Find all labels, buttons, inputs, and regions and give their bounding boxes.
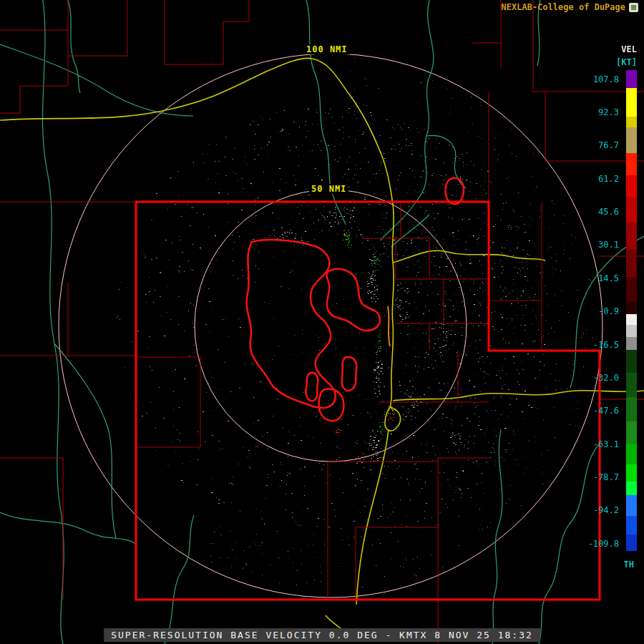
colorbar-tick: -109.8: [582, 539, 619, 549]
colorbar-segment: [626, 516, 637, 535]
colorbar-segment: [626, 175, 637, 197]
colorbar-tick: 30.1: [582, 240, 619, 250]
colorbar-segment: [626, 197, 637, 222]
colorbar-segment: [626, 350, 637, 372]
range-ring-label-100: 100 NMI: [304, 44, 350, 54]
colorbar-segment: [626, 421, 637, 444]
rivers: [0, 0, 644, 644]
colorbar-segment: [626, 117, 637, 127]
highways: [0, 58, 644, 628]
colorbar-segment: [626, 314, 637, 325]
colorbar-segment: [626, 302, 637, 313]
colorbar-segment: [626, 337, 637, 350]
colorbar-tick: -32.0: [582, 373, 619, 383]
colorbar-segment: [626, 325, 637, 338]
product-title: SUPER-RESOLUTION BASE VELOCITY 0.0 DEG -…: [111, 630, 533, 640]
colorbar-tick: 76.7: [582, 140, 619, 150]
colorbar-segment: [626, 250, 637, 277]
colorbar-segment: [626, 397, 637, 421]
range-ring-label-50: 50 NMI: [309, 184, 348, 194]
colorbar-tick: 45.6: [582, 207, 619, 217]
colorbar-segment: [626, 70, 637, 88]
colorbar-segment: [626, 153, 637, 175]
colorbar-segment: [626, 495, 637, 516]
colorbar-tick: -94.2: [582, 505, 619, 515]
colorbar-segment: [626, 464, 637, 482]
colorbar-tick: -63.1: [582, 439, 619, 449]
colorbar-tick: -78.7: [582, 472, 619, 482]
colorbar-segment: [626, 373, 637, 397]
colorbar-threshold-label: TH: [624, 560, 634, 570]
colorbar-segment: [626, 535, 637, 551]
colorbar-tick: 61.2: [582, 174, 619, 184]
colorbar-segment: [626, 127, 637, 152]
colorbar-segment: [626, 277, 637, 302]
colorbar-title: VEL: [621, 44, 637, 54]
radar-display: 100 NMI 50 NMI NEXLAB-College of DuPage …: [0, 0, 644, 644]
colorbar-tick: -47.6: [582, 406, 619, 416]
colorbar-segment: [626, 482, 637, 495]
state-borders: [136, 202, 600, 600]
velocity-colorbar: VEL [KT] 107.8 92.3 76.7 61.2 45.6 30.1 …: [558, 0, 644, 644]
colorbar-segment: [626, 223, 637, 250]
colorbar-tick: 92.3: [582, 107, 619, 117]
colorbar-gradient: [626, 70, 637, 551]
range-rings: [59, 54, 602, 597]
colorbar-tick: -0.9: [582, 306, 619, 316]
colorbar-segment: [626, 88, 637, 117]
colorbar-units: [KT]: [616, 57, 637, 67]
highway-segment-orange: [388, 306, 390, 346]
base-map: [0, 0, 644, 644]
colorbar-segment: [626, 444, 637, 464]
lake-outlines: [247, 178, 464, 421]
status-bar: SUPER-RESOLUTION BASE VELOCITY 0.0 DEG -…: [104, 628, 540, 642]
colorbar-tick: -16.5: [582, 340, 619, 350]
range-ring-100nmi: [59, 54, 602, 597]
colorbar-tick: 107.8: [582, 74, 619, 84]
county-borders: [0, 0, 644, 644]
colorbar-tick: 14.5: [582, 273, 619, 283]
